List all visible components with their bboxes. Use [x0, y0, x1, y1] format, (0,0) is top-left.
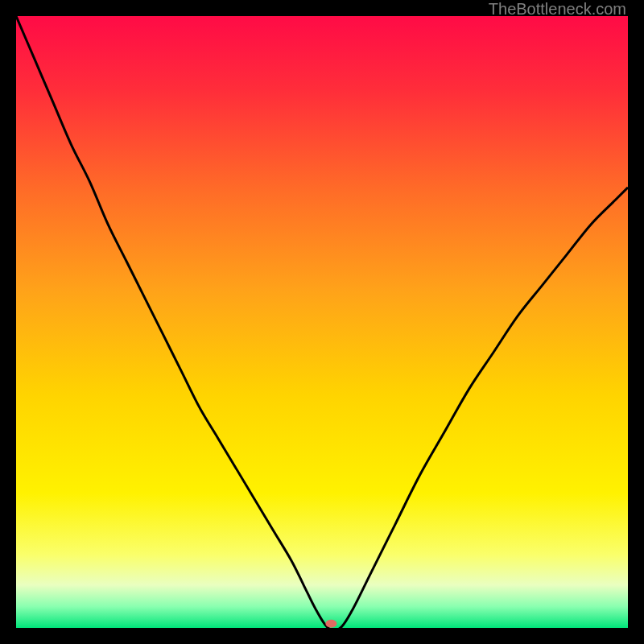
gradient-background [16, 16, 628, 628]
bottleneck-chart [16, 16, 628, 628]
optimal-marker [325, 620, 336, 628]
watermark-text: TheBottleneck.com [489, 0, 626, 19]
chart-frame [16, 16, 628, 628]
